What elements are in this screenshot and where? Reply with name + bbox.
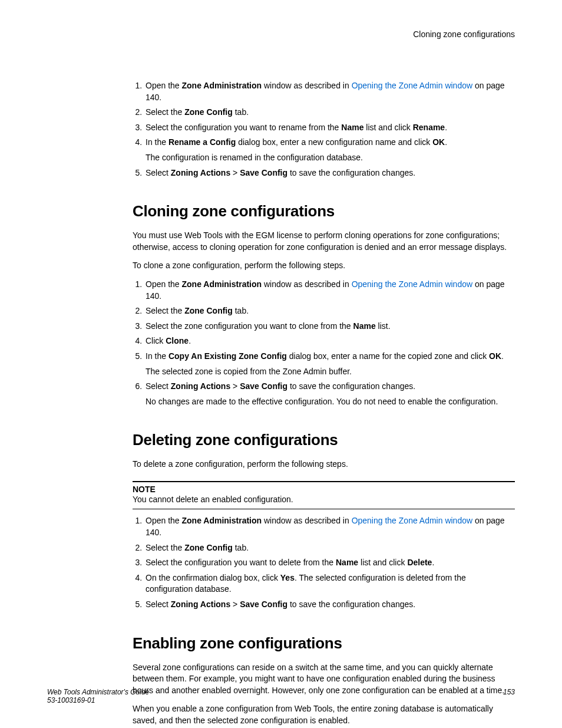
- heading-enabling: Enabling zone configurations: [133, 634, 515, 653]
- list-item: In the Rename a Config dialog box, enter…: [144, 137, 515, 163]
- page-number: 153: [503, 688, 515, 704]
- list-item: Select Zoning Actions > Save Config to s…: [144, 167, 515, 179]
- link-opening-zone-admin[interactable]: Opening the Zone Admin window: [352, 81, 472, 90]
- note-title: NOTE: [133, 485, 515, 494]
- content-area: Open the Zone Administration window as d…: [133, 80, 515, 727]
- list-item: Select Zoning Actions > Save Config to s…: [144, 381, 515, 407]
- clone-steps-list: Open the Zone Administration window as d…: [133, 279, 515, 407]
- list-item: Select the Zone Config tab.: [144, 107, 515, 118]
- list-item: Select the Zone Config tab.: [144, 542, 515, 554]
- list-item: In the Copy An Existing Zone Config dial…: [144, 351, 515, 377]
- paragraph: You must use Web Tools with the EGM lice…: [133, 230, 515, 253]
- heading-deleting: Deleting zone configurations: [133, 431, 515, 449]
- running-header: Cloning zone configurations: [47, 29, 515, 39]
- delete-steps-list: Open the Zone Administration window as d…: [133, 515, 515, 610]
- link-opening-zone-admin[interactable]: Opening the Zone Admin window: [352, 516, 472, 525]
- note-text: You cannot delete an enabled configurati…: [133, 494, 515, 506]
- rename-steps-list: Open the Zone Administration window as d…: [133, 80, 515, 179]
- list-item: Select the configuration you want to ren…: [144, 122, 515, 134]
- list-item: Click Clone.: [144, 335, 515, 347]
- list-item: Select the configuration you want to del…: [144, 557, 515, 569]
- paragraph: To delete a zone configuration, perform …: [133, 459, 515, 470]
- note-block: NOTE You cannot delete an enabled config…: [133, 481, 515, 510]
- footer-left: Web Tools Administrator's Guide 53-10031…: [47, 688, 149, 704]
- list-item: Open the Zone Administration window as d…: [144, 279, 515, 302]
- list-item: Open the Zone Administration window as d…: [144, 515, 515, 538]
- page: Cloning zone configurations Open the Zon…: [0, 0, 562, 728]
- paragraph: To clone a zone configuration, perform t…: [133, 260, 515, 272]
- list-item: Select Zoning Actions > Save Config to s…: [144, 599, 515, 611]
- list-item: Select the Zone Config tab.: [144, 305, 515, 317]
- heading-cloning: Cloning zone configurations: [133, 202, 515, 220]
- paragraph: When you enable a zone configuration fro…: [133, 703, 515, 726]
- list-item: On the confirmation dialog box, click Ye…: [144, 572, 515, 595]
- list-item: Open the Zone Administration window as d…: [144, 80, 515, 103]
- page-footer: Web Tools Administrator's Guide 53-10031…: [47, 688, 515, 704]
- list-item: Select the zone configuration you want t…: [144, 321, 515, 332]
- link-opening-zone-admin[interactable]: Opening the Zone Admin window: [352, 279, 472, 289]
